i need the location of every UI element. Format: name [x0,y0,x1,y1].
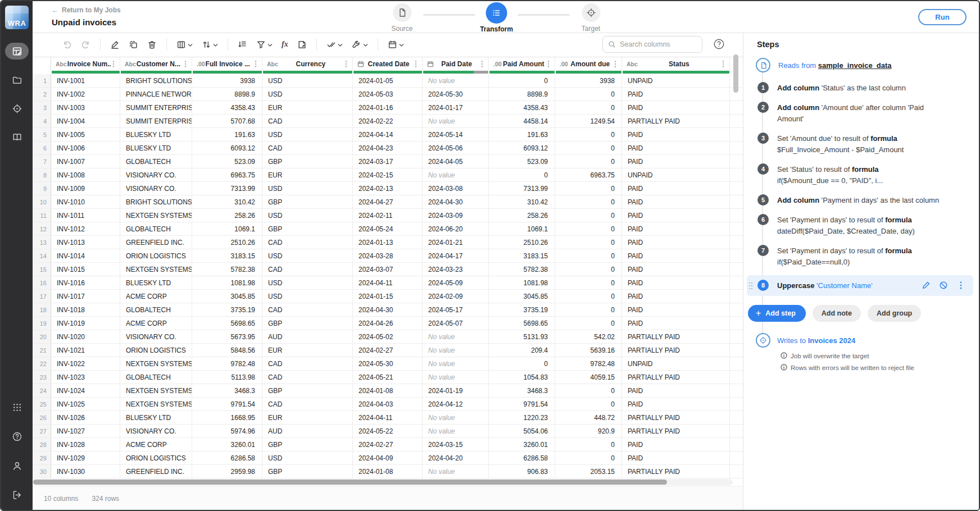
stepper-item-target[interactable]: Target [570,3,612,33]
cell[interactable]: No value [423,330,489,343]
cell[interactable]: GBP [262,317,353,330]
cell[interactable]: EUR [262,168,353,181]
cell[interactable]: 0 [555,438,622,451]
cell[interactable]: 0 [555,317,622,330]
cell[interactable]: 2024-03-23 [423,263,489,276]
cell[interactable]: 2024-02-27 [353,344,423,357]
cell[interactable]: PARTIALLY PAID [622,115,730,127]
cell[interactable]: GLOBALTECH [120,155,192,168]
cell[interactable]: 906.83 [489,465,555,478]
cell[interactable]: PARTIALLY PAID [622,425,730,437]
column-header[interactable]: Paid Date [423,57,489,71]
column-header[interactable]: AbcInvoice Num... [51,57,120,71]
cell[interactable]: VISIONARY CO. [120,182,192,195]
horizontal-scrollbar-thumb[interactable] [33,480,667,485]
cell[interactable]: 2510.26 [489,236,555,249]
cell[interactable]: 5639.16 [555,344,622,357]
validate-icon[interactable] [324,37,346,52]
column-menu-icon[interactable] [111,60,116,68]
cell[interactable]: 2024-01-16 [353,101,423,114]
cell[interactable]: BLUESKY LTD [120,411,192,424]
cell[interactable]: 2024-03-07 [353,263,423,276]
cell[interactable]: PAID [622,128,730,141]
run-button[interactable]: Run [918,9,967,25]
cell[interactable]: 1054.83 [489,371,555,384]
delete-icon[interactable] [144,38,160,52]
column-menu-icon[interactable] [413,60,419,68]
datasets-icon[interactable] [5,71,29,88]
cell[interactable]: 2024-05-03 [353,88,423,101]
cell[interactable]: 2024-05-22 [353,425,423,437]
cell[interactable]: USD [262,182,353,195]
formula-icon[interactable]: fx [279,38,291,51]
stepper-item-source[interactable]: Source [381,3,424,33]
cell[interactable]: PAID [622,182,730,195]
cell[interactable]: 6093.12 [192,142,262,154]
cell[interactable]: 3183.15 [489,249,555,262]
cell[interactable]: 448.72 [555,411,622,424]
cell[interactable]: ACME CORP [120,438,192,451]
logout-icon[interactable] [5,486,29,503]
cell[interactable]: 2024-05-07 [423,317,489,330]
help-icon[interactable] [5,428,29,445]
cell[interactable]: 2024-03-08 [423,182,489,195]
columns-icon[interactable] [174,37,196,52]
cell[interactable]: USD [262,290,353,303]
stepper-item-transform[interactable]: Transform [475,3,518,33]
cell[interactable]: 2024-05-21 [353,371,423,384]
cell[interactable]: BRIGHT SOLUTIONS [120,195,192,208]
cell[interactable]: INV-1019 [51,317,120,330]
cell[interactable]: PAID [622,195,730,208]
cell[interactable]: INV-1002 [51,88,120,101]
cell[interactable]: 2024-05-09 [423,276,489,289]
drag-handle-icon[interactable] [748,282,753,290]
cell[interactable]: 3938 [192,74,262,87]
search-columns-input[interactable] [620,40,697,48]
cell[interactable]: 4358.43 [192,101,262,114]
cell[interactable]: INV-1020 [51,330,120,343]
cell[interactable]: 310.42 [489,195,555,208]
cell[interactable]: 2024-05-14 [423,128,489,141]
recipe-step-7[interactable]: 7Set 'Payment in days' to result of form… [757,244,970,268]
cell[interactable]: 2053.15 [555,465,622,478]
cell[interactable]: 9782.48 [555,357,622,370]
account-icon[interactable] [5,457,29,474]
cell[interactable]: 1069.1 [192,222,262,235]
cell[interactable]: 3468.3 [489,384,555,397]
recipe-step-6[interactable]: 6Set 'Payment in days' to result of form… [757,213,970,237]
cell[interactable]: NEXTGEN SYSTEMS [120,384,192,397]
cell[interactable]: 5974.96 [192,425,262,437]
cell[interactable]: INV-1025 [51,398,120,410]
fill-down-icon[interactable] [235,38,250,52]
cell[interactable]: PARTIALLY PAID [622,330,730,343]
cell[interactable]: 920.9 [555,425,622,437]
cell[interactable]: PAID [622,209,730,222]
cell[interactable]: 5848.56 [192,344,262,357]
cell[interactable]: 2024-01-08 [353,465,423,478]
cell[interactable]: CAD [262,371,353,384]
cell[interactable]: 2024-04-26 [353,317,423,330]
add-note-button[interactable]: Add note [813,305,861,322]
cell[interactable]: PARTIALLY PAID [622,344,730,357]
cell[interactable]: INV-1023 [51,371,120,384]
cell[interactable]: GLOBALTECH [120,222,192,235]
cell[interactable]: INV-1011 [51,209,120,222]
cell[interactable]: 1081.98 [192,276,262,289]
cell[interactable]: PAID [622,236,730,249]
jobs-icon[interactable] [5,43,29,60]
cell[interactable]: INV-1009 [51,182,120,195]
cell[interactable]: 2024-02-09 [423,290,489,303]
cell[interactable]: PAID [622,317,730,330]
cell[interactable]: 2024-02-13 [353,182,423,195]
cell[interactable]: 4059.15 [555,371,622,384]
cell[interactable]: GBP [262,384,353,397]
cell[interactable]: 2024-02-22 [353,115,423,127]
cell[interactable]: BLUESKY LTD [120,128,192,141]
column-header[interactable]: AbcCurrency [262,57,353,71]
cell[interactable]: 0 [489,74,555,87]
cell[interactable]: 6093.12 [489,142,555,154]
cell[interactable]: ORION LOGISTICS [120,249,192,262]
cell[interactable]: BRIGHT SOLUTIONS [120,74,192,87]
cell[interactable]: 0 [555,276,622,289]
cell[interactable]: CAD [262,142,353,154]
